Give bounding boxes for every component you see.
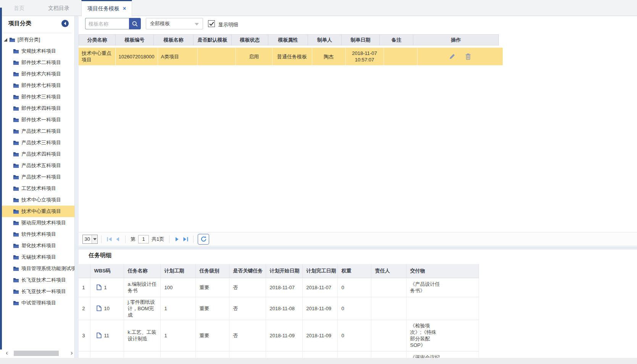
next-page-button[interactable] (173, 235, 181, 243)
sidebar-category-item[interactable]: 长飞亚技术一科项目 (0, 286, 75, 297)
delete-icon[interactable] (465, 53, 471, 60)
sidebar-category-item[interactable]: 塑化技术科项目 (0, 240, 75, 251)
pager-separator (169, 235, 169, 243)
sidebar-category-item[interactable]: 产品技术四科项目 (0, 148, 75, 160)
close-tab-icon[interactable]: × (123, 1, 126, 16)
task-row[interactable]: 1 1a.编制设计任务书100重要否2018-11-072018-11-070《… (79, 278, 479, 297)
sidebar-collapse-button[interactable] (61, 20, 69, 27)
category-label: 技术中心重点项目 (21, 208, 61, 215)
folder-icon (13, 232, 19, 237)
tab-project-task-template[interactable]: 项目任务模板× (81, 0, 132, 16)
template-filter-select[interactable]: 全部模板 (146, 18, 203, 29)
category-label: 安规技术科项目 (21, 48, 56, 55)
prev-page-button[interactable] (113, 235, 122, 243)
sidebar-category-item[interactable]: 长飞亚技术二科项目 (0, 274, 75, 286)
wbs-link[interactable]: 10 (94, 305, 122, 312)
sidebar-category-item[interactable]: 工艺技术科项目 (0, 183, 75, 194)
document-icon[interactable] (97, 284, 102, 290)
document-icon[interactable] (97, 305, 102, 311)
folder-icon (13, 209, 19, 214)
task-column-header: 权重 (337, 264, 371, 278)
task-column-header: 计划工期 (160, 264, 195, 278)
sidebar-category-item[interactable]: 产品技术五科项目 (0, 160, 75, 171)
pager-separator (193, 235, 194, 243)
folder-icon (13, 83, 19, 88)
sidebar-category-item[interactable]: 部件技术四科项目 (0, 103, 75, 114)
template-cell-category: 技术中心重点项目 (79, 48, 115, 65)
refresh-icon (201, 236, 206, 242)
sidebar-category-item[interactable]: 安规技术科项目 (0, 45, 75, 57)
scrollbar-thumb[interactable] (14, 351, 59, 356)
page-horizontal-scrollbar[interactable] (0, 358, 637, 364)
pager-separator (125, 235, 126, 243)
last-page-button[interactable] (181, 235, 190, 243)
category-tree: [所有分类] 安规技术科项目 部件技术二科项目 部件技术六科项目 部件技术七科项… (0, 34, 75, 309)
folder-icon (13, 106, 19, 111)
edit-icon[interactable] (449, 53, 455, 60)
task-cell-duration: 1 (160, 297, 195, 320)
sidebar-category-item[interactable]: 部件技术二科项目 (0, 57, 75, 68)
total-pages-label: 共1页 (152, 236, 164, 243)
template-name-search-input[interactable] (85, 18, 129, 29)
wbs-link[interactable]: 11 (94, 332, 122, 339)
page-size-select[interactable]: 30 (82, 235, 98, 244)
sidebar-category-item[interactable]: 中试管理科项目 (0, 297, 75, 309)
sidebar-category-item[interactable]: 产品技术三科项目 (0, 137, 75, 148)
show-detail-checkbox[interactable] (208, 20, 215, 27)
search-icon (132, 21, 138, 27)
sidebar-category-item[interactable]: 部件技术六科项目 (0, 68, 75, 80)
sidebar-category-item[interactable]: 软件技术科项目 (0, 229, 75, 240)
tab-bar: 首页 文档目录 项目任务模板× (0, 0, 637, 16)
template-cell-name: A类项目 (158, 48, 197, 65)
category-label: 软件技术科项目 (21, 231, 56, 238)
refresh-button[interactable] (198, 234, 209, 245)
template-cell-is_default (197, 48, 235, 65)
row-operations (421, 53, 500, 60)
template-row[interactable]: 技术中心重点项目1026072018000A类项目启用普通任务模板陶杰2018-… (79, 48, 503, 65)
tree-expand-caret-icon[interactable] (4, 38, 7, 42)
template-cell-date: 2018-11-07 10:57:07 (345, 48, 384, 65)
sidebar-category-item[interactable]: 无锡技术科项目 (0, 251, 75, 263)
wbs-link[interactable]: 1 (94, 284, 122, 291)
task-cell-owner (371, 320, 406, 351)
left-accent-strip (0, 8, 2, 350)
sidebar-category-item[interactable]: 驱动应用技术科项目 (0, 217, 75, 229)
tab-home[interactable]: 首页 (0, 0, 38, 16)
sidebar-vertical-scrollbar[interactable] (75, 16, 79, 358)
task-cell-wbs: 11 (90, 320, 124, 351)
sidebar-category-item[interactable]: 部件技术三科项目 (0, 91, 75, 103)
scroll-left-icon[interactable] (4, 350, 10, 357)
task-cell-end: 2018-11-07 (302, 278, 337, 297)
wbs-number: 11 (104, 332, 110, 339)
current-page-input[interactable] (138, 235, 149, 243)
tree-root-all-categories[interactable]: [所有分类] (0, 34, 75, 45)
task-column-header: 任务级别 (195, 264, 229, 278)
folder-icon (13, 186, 19, 191)
template-cell-remark (384, 48, 417, 65)
task-row[interactable]: 2 10j.零件图纸设计，BOM完成1重要否2018-11-082018-11-… (79, 297, 479, 320)
sidebar-category-item[interactable]: 技术中心重点项目 (0, 206, 75, 217)
sidebar-category-item[interactable]: 产品技术二科项目 (0, 126, 75, 137)
task-row[interactable]: 3 11k.工艺、工装设计制造1重要否2018-11-092018-11-090… (79, 320, 479, 351)
task-cell-duration: 1 (160, 320, 195, 351)
folder-icon (13, 118, 19, 122)
tab-documents[interactable]: 文档目录 (38, 0, 79, 16)
document-icon[interactable] (97, 332, 102, 338)
scrollbar-track[interactable] (11, 351, 68, 356)
task-column-header: 是否关键任务 (229, 264, 266, 278)
template-cell-status: 启用 (235, 48, 272, 65)
scroll-right-icon[interactable] (69, 350, 75, 357)
first-page-button[interactable] (105, 235, 113, 243)
category-label: 产品技术四科项目 (21, 151, 61, 158)
sidebar-category-item[interactable]: 技术中心立项项目 (0, 194, 75, 206)
sidebar-category-item[interactable]: 部件技术七科项目 (0, 80, 75, 91)
sidebar-category-item[interactable]: 部件技术一科项目 (0, 114, 75, 126)
task-cell-deliverable (406, 297, 479, 320)
task-column-header: 任务名称 (124, 264, 160, 278)
category-label: 产品技术二科项目 (21, 128, 61, 135)
search-button[interactable] (129, 18, 141, 29)
sidebar-category-item[interactable]: 项目管理系统功能测试项目 (0, 263, 75, 274)
folder-icon (13, 255, 19, 260)
tree-root-label: [所有分类] (18, 36, 40, 43)
sidebar-category-item[interactable]: 产品技术一科项目 (0, 171, 75, 183)
